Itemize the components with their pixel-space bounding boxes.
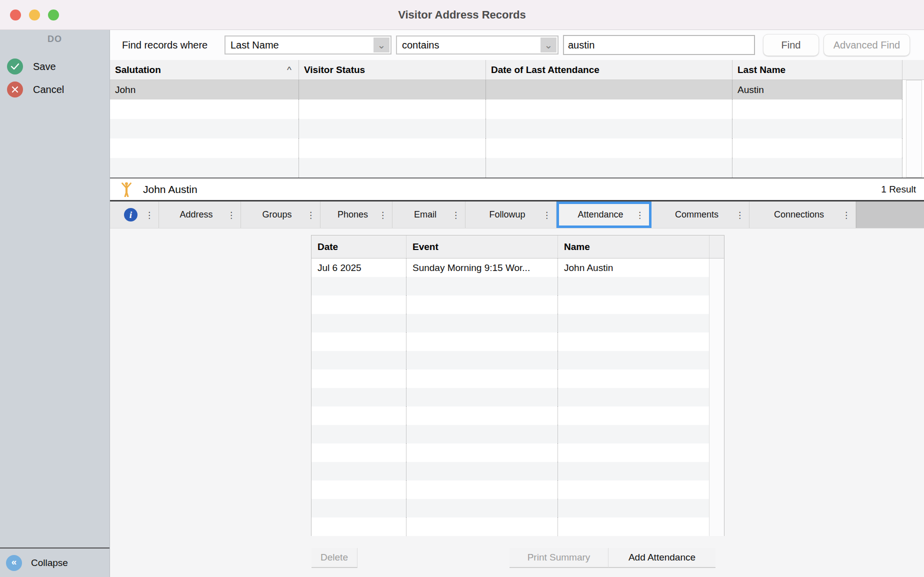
results-cell bbox=[486, 158, 732, 178]
column-header-salutation[interactable]: Salutation^ bbox=[110, 60, 299, 80]
attendance-header-row: DateEventName bbox=[312, 236, 724, 258]
attendance-row-10[interactable] bbox=[312, 425, 724, 444]
add-attendance-button[interactable]: Add Attendance bbox=[608, 548, 716, 568]
results-row-1[interactable]: JohnAustin bbox=[110, 80, 924, 100]
tab-bar: i ⋮ Address⋮Groups⋮Phones⋮Email⋮Followup… bbox=[110, 202, 924, 228]
tab-menu-dots-icon[interactable]: ⋮ bbox=[736, 210, 744, 220]
attendance-row-gutter[interactable] bbox=[710, 370, 724, 388]
tab-menu-dots-icon[interactable]: ⋮ bbox=[636, 210, 644, 220]
attendance-row-8[interactable] bbox=[312, 388, 724, 406]
attendance-cell bbox=[406, 499, 558, 518]
results-row-3[interactable] bbox=[110, 119, 924, 138]
tab-groups[interactable]: Groups⋮ bbox=[241, 202, 320, 228]
delete-button[interactable]: Delete bbox=[312, 548, 358, 568]
attendance-row-2[interactable] bbox=[312, 277, 724, 296]
attendance-row-gutter[interactable] bbox=[710, 480, 724, 499]
attendance-cell bbox=[312, 518, 406, 536]
detail-content: DateEventName Jul 6 2025Sunday Morning 9… bbox=[110, 228, 924, 577]
tab-email[interactable]: Email⋮ bbox=[392, 202, 466, 228]
attendance-row-gutter[interactable] bbox=[710, 499, 724, 518]
attendance-row-gutter[interactable] bbox=[710, 258, 724, 277]
attendance-column-header-name[interactable]: Name bbox=[558, 236, 710, 258]
attendance-row-gutter[interactable] bbox=[710, 425, 724, 444]
attendance-row-gutter[interactable] bbox=[710, 296, 724, 314]
attendance-row-gutter[interactable] bbox=[710, 444, 724, 462]
attendance-row-12[interactable] bbox=[312, 462, 724, 480]
results-row-5[interactable] bbox=[110, 158, 924, 178]
attendance-row-gutter[interactable] bbox=[710, 406, 724, 425]
attendance-row-4[interactable] bbox=[312, 314, 724, 332]
cancel-button[interactable]: Cancel bbox=[0, 79, 110, 100]
attendance-cell bbox=[558, 314, 710, 332]
tab-connections[interactable]: Connections⋮ bbox=[750, 202, 856, 228]
tab-menu-dots-icon[interactable]: ⋮ bbox=[378, 210, 387, 220]
tab-attendance[interactable]: Attendance⋮ bbox=[556, 202, 652, 228]
attendance-row-13[interactable] bbox=[312, 480, 724, 499]
field-dropdown-value: Last Name bbox=[230, 36, 279, 54]
tab-menu-dots-icon[interactable]: ⋮ bbox=[452, 210, 460, 220]
tab-menu-dots-icon[interactable]: ⋮ bbox=[842, 210, 850, 220]
attendance-row-gutter[interactable] bbox=[710, 314, 724, 332]
attendance-cell bbox=[312, 277, 406, 296]
attendance-row-gutter[interactable] bbox=[710, 351, 724, 370]
collapse-chevrons-icon: « bbox=[6, 555, 22, 571]
attendance-cell bbox=[406, 406, 558, 425]
tab-menu-dots-icon[interactable]: ⋮ bbox=[542, 210, 551, 220]
attendance-row-gutter[interactable] bbox=[710, 518, 724, 536]
attendance-row-gutter[interactable] bbox=[710, 388, 724, 406]
operator-dropdown[interactable]: contains ⌄ bbox=[396, 36, 558, 54]
collapse-button[interactable]: « Collapse bbox=[0, 548, 110, 577]
attendance-row-gutter[interactable] bbox=[710, 332, 724, 351]
vertical-scrollbar[interactable] bbox=[906, 80, 922, 178]
results-cell bbox=[299, 119, 486, 138]
attendance-row-11[interactable] bbox=[312, 444, 724, 462]
advanced-find-button[interactable]: Advanced Find bbox=[824, 34, 910, 56]
attendance-row-5[interactable] bbox=[312, 332, 724, 351]
search-input[interactable] bbox=[563, 35, 755, 55]
tab-label: Email bbox=[414, 210, 444, 220]
attendance-row-3[interactable] bbox=[312, 296, 724, 314]
attendance-row-15[interactable] bbox=[312, 518, 724, 536]
tab-comments[interactable]: Comments⋮ bbox=[652, 202, 750, 228]
column-header-last-name[interactable]: Last Name bbox=[732, 60, 902, 80]
save-check-icon bbox=[7, 58, 23, 74]
info-icon: i bbox=[124, 208, 138, 222]
attendance-row-6[interactable] bbox=[312, 351, 724, 370]
attendance-cell bbox=[312, 462, 406, 480]
attendance-table: DateEventName Jul 6 2025Sunday Morning 9… bbox=[311, 235, 724, 536]
attendance-cell bbox=[558, 444, 710, 462]
find-button[interactable]: Find bbox=[763, 34, 819, 56]
sidebar-section-heading: DO bbox=[0, 34, 110, 44]
attendance-cell bbox=[558, 370, 710, 388]
results-cell bbox=[732, 119, 902, 138]
column-header-visitor-status[interactable]: Visitor Status bbox=[299, 60, 486, 80]
attendance-body: Jul 6 2025Sunday Morning 9:15 Wor...John… bbox=[312, 258, 724, 536]
tab-menu-dots-icon[interactable]: ⋮ bbox=[145, 210, 154, 220]
attendance-cell bbox=[558, 425, 710, 444]
find-records-where-label: Find records where bbox=[122, 30, 208, 60]
attendance-row-1[interactable]: Jul 6 2025Sunday Morning 9:15 Wor...John… bbox=[312, 258, 724, 277]
attendance-cell bbox=[312, 314, 406, 332]
tab-info[interactable]: i ⋮ bbox=[110, 202, 159, 228]
attendance-row-9[interactable] bbox=[312, 406, 724, 425]
results-row-2[interactable] bbox=[110, 100, 924, 119]
attendance-row-14[interactable] bbox=[312, 499, 724, 518]
person-bar: John Austin 1 Result bbox=[110, 178, 924, 200]
attendance-row-gutter[interactable] bbox=[710, 462, 724, 480]
results-row-4[interactable] bbox=[110, 138, 924, 158]
tab-menu-dots-icon[interactable]: ⋮ bbox=[306, 210, 315, 220]
save-button[interactable]: Save bbox=[0, 56, 110, 77]
tab-menu-dots-icon[interactable]: ⋮ bbox=[227, 210, 236, 220]
attendance-column-header-event[interactable]: Event bbox=[406, 236, 558, 258]
attendance-column-header-date[interactable]: Date bbox=[312, 236, 406, 258]
print-summary-button[interactable]: Print Summary bbox=[510, 548, 608, 568]
tab-address[interactable]: Address⋮ bbox=[159, 202, 241, 228]
results-header-row: Salutation^Visitor StatusDate of Last At… bbox=[110, 60, 924, 80]
attendance-row-gutter[interactable] bbox=[710, 277, 724, 296]
attendance-row-7[interactable] bbox=[312, 370, 724, 388]
tab-phones[interactable]: Phones⋮ bbox=[320, 202, 392, 228]
field-dropdown[interactable]: Last Name ⌄ bbox=[224, 36, 392, 54]
results-cell bbox=[486, 119, 732, 138]
tab-followup[interactable]: Followup⋮ bbox=[466, 202, 556, 228]
column-header-date-of-last-attendance[interactable]: Date of Last Attendance bbox=[486, 60, 732, 80]
